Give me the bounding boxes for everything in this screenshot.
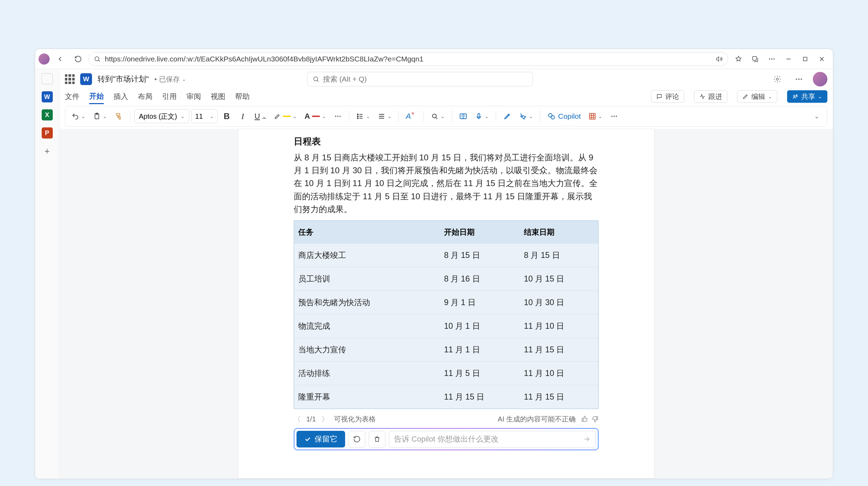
highlight-button[interactable]: ⌄ [271, 109, 300, 123]
designer-button[interactable]: ⌄ [516, 109, 536, 123]
thumbs-down-icon[interactable] [592, 416, 599, 422]
col-header-start: 开始日期 [440, 221, 520, 244]
bold-button[interactable]: B [220, 109, 234, 123]
svg-point-29 [616, 116, 617, 117]
svg-point-28 [614, 116, 615, 117]
svg-rect-26 [590, 114, 595, 119]
profile-avatar[interactable] [39, 53, 50, 65]
search-input[interactable]: 搜索 (Alt + Q) [307, 72, 533, 86]
immersive-reader-icon[interactable] [456, 109, 470, 123]
section-heading: 日程表 [294, 135, 599, 148]
menu-layout[interactable]: 布局 [138, 90, 152, 103]
bullets-button[interactable]: ⌄ [353, 109, 373, 123]
refresh-button[interactable] [70, 52, 86, 66]
user-avatar[interactable] [813, 72, 827, 86]
italic-button[interactable]: I [236, 109, 250, 123]
catchup-button[interactable]: 跟进 [694, 90, 727, 103]
rail-word[interactable]: W [41, 91, 53, 103]
rail-excel[interactable]: X [41, 109, 53, 121]
app-launcher-icon[interactable] [65, 74, 75, 84]
menu-home[interactable]: 开始 [89, 89, 104, 104]
more-font-icon[interactable] [331, 109, 345, 123]
svg-point-18 [357, 114, 358, 115]
svg-point-21 [432, 114, 436, 118]
underline-button[interactable]: U⌄ [252, 109, 269, 123]
search-icon [94, 56, 101, 62]
maximize-button[interactable] [798, 52, 813, 66]
col-header-task: 任务 [294, 221, 440, 244]
menu-help[interactable]: 帮助 [235, 90, 250, 103]
clear-format-button[interactable]: A✕ [403, 109, 419, 123]
format-painter-button[interactable] [112, 109, 126, 123]
svg-point-17 [339, 116, 341, 117]
url-text: https://onedrive.live.com/:w:/t/EaCKkPs6… [105, 55, 711, 63]
search-placeholder: 搜索 (Alt + Q) [323, 74, 367, 84]
save-status[interactable]: • 已保存 ⌄ [155, 75, 186, 84]
comments-button[interactable]: 评论 [651, 90, 684, 103]
paste-button[interactable]: ⌄ [90, 109, 110, 123]
copilot-placeholder: 告诉 Copilot 你想做出什么更改 [394, 434, 499, 444]
send-icon[interactable] [583, 435, 591, 443]
rail-tab-generic[interactable] [41, 73, 53, 85]
more-icon[interactable] [791, 72, 807, 86]
next-result-icon[interactable]: 〉 [322, 414, 328, 424]
copilot-result-meta: 〈 1/1 〉 可视化为表格 AI 生成的内容可能不正确 [294, 414, 599, 424]
favorites-icon[interactable] [731, 52, 746, 66]
copilot-input[interactable]: 告诉 Copilot 你想做出什么更改 [389, 431, 596, 447]
svg-point-8 [796, 78, 797, 80]
check-icon [304, 436, 311, 443]
find-button[interactable]: ⌄ [428, 109, 448, 123]
copilot-button[interactable]: Copilot [544, 109, 584, 123]
side-rail: W X P + [35, 69, 59, 479]
discard-button[interactable] [369, 431, 385, 447]
keep-button[interactable]: 保留它 [297, 431, 345, 447]
read-aloud-icon[interactable] [715, 55, 723, 63]
prev-result-icon[interactable]: 〈 [294, 414, 301, 424]
refresh-icon [353, 435, 361, 443]
dictate-button[interactable]: ⌄ [472, 109, 492, 123]
browser-menu-icon[interactable] [764, 52, 779, 66]
edit-mode-button[interactable]: 编辑⌄ [737, 90, 777, 103]
search-icon [312, 76, 319, 83]
svg-rect-5 [803, 57, 807, 61]
rail-powerpoint[interactable]: P [41, 127, 53, 139]
copilot-icon [547, 112, 556, 120]
menu-insert[interactable]: 插入 [114, 90, 128, 103]
regenerate-button[interactable] [349, 431, 365, 447]
table-row: 隆重开幕11 月 15 日11 月 15 日 [294, 385, 598, 409]
ribbon-more-icon[interactable] [607, 109, 621, 123]
svg-point-10 [801, 78, 802, 80]
app-window: https://onedrive.live.com/:w:/t/EaCKkPs6… [35, 49, 833, 479]
thumbs-up-icon[interactable] [581, 416, 588, 422]
share-button[interactable]: 共享⌄ [787, 90, 827, 103]
undo-button[interactable]: ⌄ [69, 109, 88, 123]
table-row: 员工培训8 月 16 日10 月 15 日 [294, 267, 598, 291]
menu-references[interactable]: 引用 [162, 90, 177, 103]
table-row: 商店大楼竣工8 月 15 日8 月 15 日 [294, 244, 598, 267]
table-style-button[interactable]: ⌄ [586, 109, 605, 123]
menu-view[interactable]: 视图 [211, 90, 225, 103]
back-button[interactable] [52, 52, 68, 66]
editor-icon[interactable] [500, 109, 514, 123]
ribbon-collapse-icon[interactable]: ⌄ [810, 109, 824, 123]
rail-add[interactable]: + [41, 145, 53, 157]
table-row: 预告和先睹为快活动9 月 1 日10 月 30 日 [294, 291, 598, 314]
align-button[interactable]: ⌄ [375, 109, 394, 123]
settings-icon[interactable] [770, 72, 785, 86]
close-button[interactable] [814, 52, 829, 66]
font-color-button[interactable]: A⌄ [302, 109, 329, 123]
menu-file[interactable]: 文件 [65, 90, 80, 103]
menu-review[interactable]: 审阅 [186, 90, 201, 103]
font-size-select[interactable]: 11⌄ [191, 109, 218, 123]
document-page[interactable]: 日程表 从 8 月 15 日商店大楼竣工开始到 10 月 15 日，我们将对员工… [238, 129, 654, 479]
address-bar[interactable]: https://onedrive.live.com/:w:/t/EaCKkPs6… [89, 52, 728, 66]
word-logo-icon: W [80, 73, 92, 85]
font-family-select[interactable]: Aptos (正文)⌄ [134, 109, 189, 123]
ai-disclaimer: AI 生成的内容可能不正确 [498, 414, 576, 424]
minimize-button[interactable] [781, 52, 796, 66]
svg-point-7 [776, 78, 778, 80]
copilot-action-label: 可视化为表格 [334, 414, 376, 424]
collections-icon[interactable] [748, 52, 763, 66]
svg-point-2 [769, 58, 770, 60]
document-title[interactable]: 转到"市场计划" [98, 74, 149, 84]
